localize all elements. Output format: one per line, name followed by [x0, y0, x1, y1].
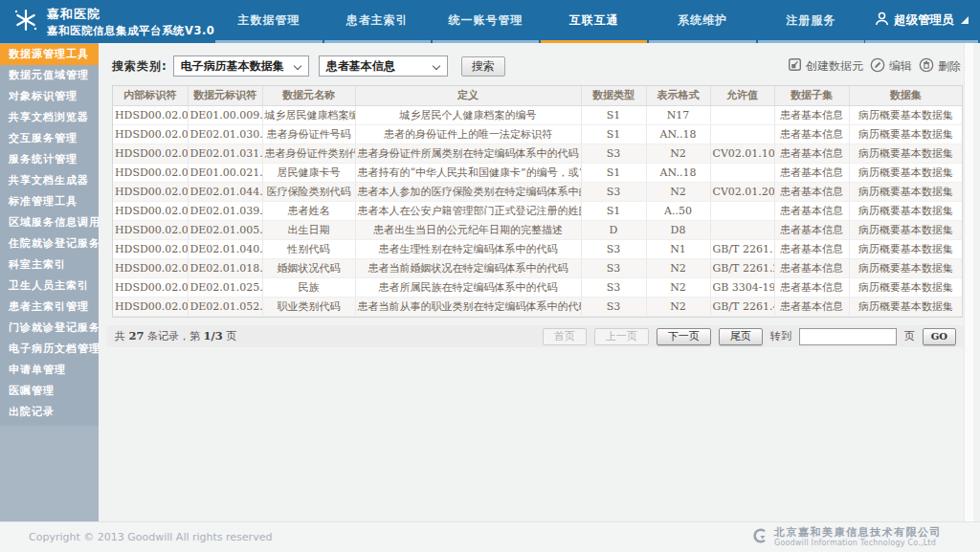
nav-item[interactable]: 系统维护	[649, 0, 755, 43]
nav-item[interactable]: 注册服务	[758, 0, 864, 43]
cell: 病历概要基本数据集	[849, 124, 962, 144]
cell: CV02.01.101	[710, 144, 774, 163]
sidebar-item[interactable]: 标准管理工具	[0, 191, 99, 212]
nav-item[interactable]: 互联互通	[541, 0, 647, 43]
sidebar-item[interactable]: 共享文档浏览器	[0, 107, 99, 128]
user-menu[interactable]: 超级管理员	[865, 0, 978, 43]
sidebar-item[interactable]: 住院就诊登记服务	[0, 233, 99, 254]
cell: S1	[581, 201, 646, 220]
cell: GB/T 2261.2-	[710, 258, 774, 277]
cell: 患者生理性别在特定编码体系中的代码	[355, 239, 581, 258]
cell: S3	[581, 258, 646, 277]
cell: 婚姻状况代码	[262, 258, 355, 277]
go-button[interactable]: GO	[923, 328, 956, 345]
table-row[interactable]: HDSD00.02.025DE02.01.030.00患者身份证件号码患者的身份…	[113, 124, 962, 144]
user-icon	[875, 11, 889, 29]
goto-page-input[interactable]	[799, 328, 897, 345]
sidebar-item[interactable]: 服务统计管理	[0, 149, 99, 170]
record-count: 共 27 条记录，第 1/3 页	[115, 329, 236, 343]
cell: 病历概要基本数据集	[849, 277, 962, 297]
column-header: 定义	[355, 86, 581, 105]
first-page-button[interactable]: 首页	[543, 328, 587, 345]
table-row[interactable]: HDSD00.02.027DE02.01.039.00患者姓名患者本人在公安户籍…	[113, 201, 962, 220]
cell	[710, 163, 774, 182]
delete-button[interactable]: 删除	[919, 57, 961, 76]
cell: HDSD00.02.028	[113, 258, 188, 277]
cell: S3	[581, 239, 646, 258]
chevron-down-icon	[433, 62, 440, 70]
cell: S1	[581, 105, 646, 124]
create-icon	[788, 57, 802, 75]
table-row[interactable]: HDSD00.02.050DE02.01.040.00性别代码患者生理性别在特定…	[113, 239, 962, 258]
sidebar-item[interactable]: 交互服务管理	[0, 128, 99, 149]
cell: GB/T 2261.4-	[710, 297, 774, 316]
cell: DE01.00.021.00	[188, 163, 262, 182]
prev-page-button[interactable]: 上一页	[594, 328, 649, 345]
subset-select-value: 患者基本信息	[326, 58, 395, 75]
cell: 患者身份证件号码	[262, 124, 355, 144]
cell: 病历概要基本数据集	[849, 182, 962, 201]
sidebar-item[interactable]: 电子病历文档管理	[0, 339, 99, 360]
table-row[interactable]: HDSD00.02.052DE02.01.044.00医疗保险类别代码患者本人参…	[113, 182, 962, 201]
table-row[interactable]: HDSD00.02.035DE01.00.021.00居民健康卡号患者持有的“中…	[113, 163, 962, 182]
sidebar-item[interactable]: 患者主索引管理	[0, 297, 99, 318]
cell: 病历概要基本数据集	[849, 105, 962, 124]
sidebar-item[interactable]: 共享文档生成器	[0, 170, 99, 191]
subset-select[interactable]: 患者基本信息	[319, 55, 448, 77]
cell: 病历概要基本数据集	[849, 201, 962, 220]
cell: DE02.01.031.00	[188, 144, 262, 163]
sidebar-item[interactable]: 卫生人员主索引	[0, 276, 99, 297]
sidebar-item[interactable]: 出院记录	[0, 402, 99, 423]
cell: 病历概要基本数据集	[849, 163, 962, 182]
cell: 病历概要基本数据集	[849, 239, 962, 258]
table-row[interactable]: HDSD00.02.060DE02.01.052.00职业类别代码患者当前从事的…	[113, 297, 962, 316]
cell: 性别代码	[262, 239, 355, 258]
next-page-button[interactable]: 下一页	[657, 328, 711, 345]
sidebar-item[interactable]: 医嘱管理	[0, 381, 99, 402]
sidebar-item[interactable]: 科室主索引	[0, 254, 99, 276]
cell: 患者基本信息	[774, 258, 849, 277]
sidebar-item[interactable]: 申请单管理	[0, 360, 99, 381]
cell: D	[581, 220, 646, 239]
cell	[710, 201, 774, 220]
goodwill-logo-icon	[751, 527, 768, 548]
last-page-button[interactable]: 尾页	[719, 328, 763, 345]
scrollbar-track[interactable]	[964, 43, 973, 521]
goto-label: 转到	[770, 329, 791, 343]
create-label: 创建数据元	[806, 58, 863, 75]
create-data-element-button[interactable]: 创建数据元	[788, 57, 863, 75]
cell: D8	[646, 220, 710, 239]
table-row[interactable]: HDSD00.02.042DE02.01.025.00民族患者所属民族在特定编码…	[113, 277, 962, 297]
dataset-select[interactable]: 电子病历基本数据集	[173, 55, 309, 77]
table-row[interactable]: HDSD00.02.026DE02.01.031.00患者身份证件类别代码患者身…	[113, 144, 962, 163]
cell: HDSD00.02.004	[113, 220, 188, 239]
cell: S1	[581, 163, 646, 182]
table-row[interactable]: HDSD00.02.003DE01.00.009.00城乡居民健康档案编号城乡居…	[113, 105, 962, 124]
sidebar-item[interactable]: 数据源管理工具	[0, 44, 99, 65]
sidebar-item[interactable]: 数据元值域管理	[0, 65, 99, 86]
cell: 病历概要基本数据集	[849, 258, 962, 277]
cell: DE02.01.052.00	[188, 297, 262, 316]
cell: 病历概要基本数据集	[849, 144, 962, 163]
sidebar-menu: 数据源管理工具数据元值域管理对象标识管理共享文档浏览器交互服务管理服务统计管理共…	[0, 43, 99, 426]
table-body: HDSD00.02.003DE01.00.009.00城乡居民健康档案编号城乡居…	[113, 105, 962, 316]
nav-item[interactable]: 主数据管理	[215, 0, 322, 43]
sidebar-item[interactable]: 区域服务信息调用	[0, 212, 99, 233]
edit-label: 编辑	[889, 58, 912, 75]
edit-button[interactable]: 编辑	[870, 57, 912, 76]
table-row[interactable]: HDSD00.02.004DE02.01.005.01出生日期患者出生当日的公元…	[113, 220, 962, 239]
cell: DE02.01.030.00	[188, 124, 262, 144]
cell: 患者基本信息	[774, 297, 849, 316]
pagination-controls: 首页 上一页 下一页 尾页 转到 页 GO	[543, 328, 956, 345]
cell: S3	[581, 297, 646, 316]
table-row[interactable]: HDSD00.02.028DE02.01.018.00婚姻状况代码患者当前婚姻状…	[113, 258, 962, 277]
cell: HDSD00.02.026	[113, 144, 188, 163]
search-button[interactable]: 搜索	[461, 56, 505, 77]
nav-item[interactable]: 统一账号管理	[433, 0, 539, 43]
sidebar-item[interactable]: 门诊就诊登记服务	[0, 318, 99, 339]
cell: 患者出生当日的公元纪年日期的完整描述	[355, 220, 581, 239]
sidebar-item[interactable]: 对象标识管理	[0, 86, 99, 107]
page-unit-label: 页	[904, 329, 915, 343]
nav-item[interactable]: 患者主索引	[324, 0, 431, 43]
cell: GB 3304-1991	[710, 277, 774, 297]
